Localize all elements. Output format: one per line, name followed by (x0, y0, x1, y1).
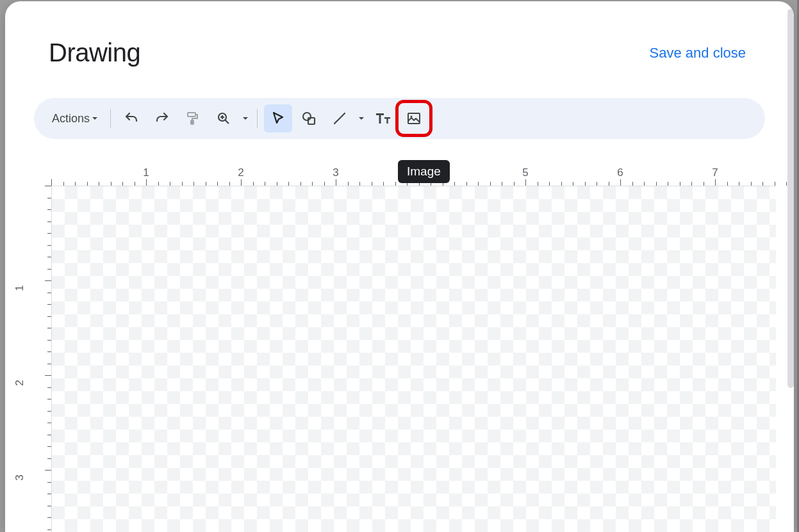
modal-scrollbar[interactable] (787, 9, 794, 388)
shape-tool-button[interactable] (295, 104, 323, 133)
svg-point-6 (303, 113, 311, 120)
ruler-label: 3 (13, 474, 26, 480)
paint-format-icon (185, 111, 201, 126)
vertical-ruler: 123 (15, 186, 51, 532)
svg-rect-0 (188, 113, 195, 117)
zoom-icon (216, 111, 231, 126)
paint-format-button[interactable] (179, 104, 207, 133)
select-tool-button[interactable] (264, 104, 292, 133)
ruler-label: 6 (617, 166, 623, 179)
caret-down-icon (242, 115, 249, 122)
ruler-label: 1 (143, 166, 149, 179)
svg-line-3 (226, 120, 229, 124)
zoom-button[interactable] (210, 104, 238, 133)
line-tool-button[interactable] (325, 104, 354, 133)
caret-down-icon (358, 115, 365, 122)
line-dropdown[interactable] (356, 104, 367, 133)
image-tool-button[interactable] (400, 104, 428, 133)
modal-header: Drawing Save and close (5, 1, 794, 67)
drawing-canvas[interactable] (51, 186, 776, 532)
select-icon (270, 111, 286, 126)
canvas-area: 1234567 123 (15, 166, 776, 532)
ruler-label: 2 (13, 380, 26, 385)
caret-down-icon (91, 115, 99, 122)
redo-icon (154, 111, 170, 126)
toolbar-divider (110, 109, 111, 128)
ruler-label: 7 (712, 166, 718, 179)
ruler-label: 1 (13, 285, 26, 291)
toolbar-divider (257, 109, 258, 128)
actions-menu-button[interactable]: Actions (45, 104, 104, 133)
redo-button[interactable] (148, 104, 176, 133)
toolbar: Actions (34, 98, 765, 139)
actions-label: Actions (52, 112, 90, 125)
textbox-icon (375, 111, 391, 126)
undo-icon (124, 111, 139, 126)
shape-icon (301, 110, 317, 127)
line-icon (332, 111, 347, 126)
image-icon (406, 111, 422, 126)
ruler-label: 2 (238, 166, 243, 179)
ruler-label: 3 (333, 166, 338, 179)
svg-line-8 (334, 113, 345, 124)
image-tooltip: Image (398, 160, 450, 183)
save-and-close-button[interactable]: Save and close (650, 42, 746, 64)
textbox-tool-button[interactable] (369, 104, 397, 133)
modal-title: Drawing (49, 38, 140, 67)
svg-point-10 (411, 116, 413, 118)
zoom-dropdown[interactable] (240, 104, 251, 133)
undo-button[interactable] (117, 104, 145, 133)
drawing-modal: Drawing Save and close Actions (5, 1, 794, 532)
svg-rect-1 (191, 120, 194, 124)
ruler-label: 5 (522, 166, 528, 179)
